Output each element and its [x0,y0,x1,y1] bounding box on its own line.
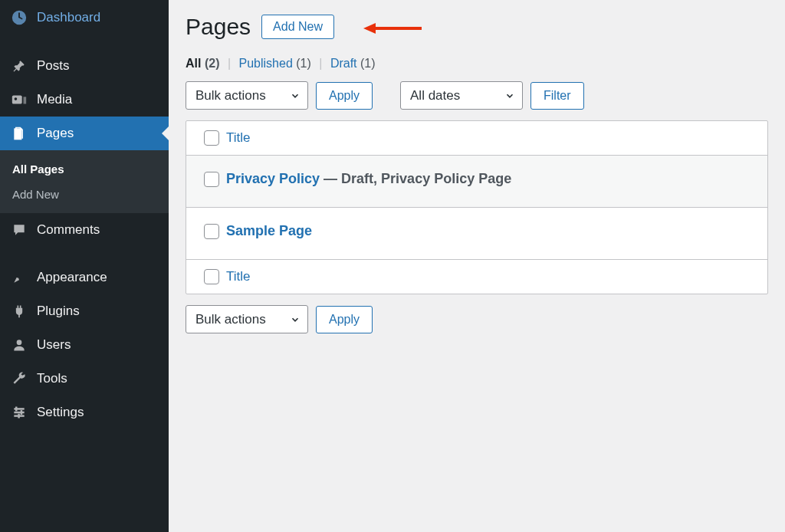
menu-label: Dashboard [37,10,100,25]
menu-label: Posts [37,58,70,74]
tablenav-top: Bulk actions Apply All dates Filter [186,81,768,110]
tablenav-bottom: Bulk actions Apply [186,305,768,333]
table-row: Privacy Policy — Draft, Privacy Policy P… [186,156,767,208]
annotation-arrow-header [362,20,423,37]
svg-rect-5 [14,412,24,414]
apply-button-top[interactable]: Apply [316,82,373,110]
row-title-link[interactable]: Sample Page [226,223,312,238]
row-checkbox[interactable] [204,224,219,239]
row-checkbox[interactable] [204,172,219,187]
svg-marker-11 [363,23,376,34]
column-header-title[interactable]: Title [226,130,251,146]
bulk-actions-select[interactable]: Bulk actions [186,81,308,110]
pages-table: Title Privacy Policy — Draft, Privacy Po… [186,120,768,294]
filter-draft[interactable]: Draft (1) [330,57,376,70]
filter-all[interactable]: All (2) [186,57,219,70]
menu-label: Settings [37,405,84,420]
pages-icon [9,126,29,141]
users-icon [9,337,29,353]
sidebar-item-dashboard[interactable]: Dashboard [0,0,169,35]
page-header: Pages Add New [186,14,768,40]
admin-sidebar: Dashboard Posts Media Pages All Pages Ad… [0,0,169,532]
menu-label: Pages [37,126,74,141]
dates-select[interactable]: All dates [400,81,523,110]
sidebar-item-posts[interactable]: Posts [0,49,169,83]
media-icon [9,92,29,107]
plugins-icon [9,304,29,319]
svg-point-1 [15,97,18,100]
svg-rect-8 [21,410,23,415]
select-all-checkbox-top[interactable] [204,130,219,146]
submenu-item-all-pages[interactable]: All Pages [0,156,169,182]
bulk-actions-select-bottom[interactable]: Bulk actions [186,305,308,333]
sidebar-item-tools[interactable]: Tools [0,362,169,396]
svg-rect-7 [15,407,18,412]
menu-label: Appearance [37,270,107,285]
menu-label: Media [37,92,72,107]
appearance-icon [9,270,29,285]
menu-label: Comments [37,222,100,238]
svg-rect-9 [18,414,20,419]
filter-published[interactable]: Published (1) [239,57,311,70]
sidebar-item-plugins[interactable]: Plugins [0,294,169,328]
main-content: Pages Add New All (2) | Published (1) | … [169,0,785,532]
menu-label: Tools [37,371,67,386]
table-footer-row: Title [186,260,767,294]
menu-label: Plugins [37,304,80,319]
table-row: Sample Page [186,208,767,260]
settings-icon [9,405,29,420]
row-title-link[interactable]: Privacy Policy [226,171,320,186]
page-title: Pages [186,14,251,40]
sidebar-item-media[interactable]: Media [0,83,169,117]
apply-button-bottom[interactable]: Apply [316,306,373,333]
sidebar-submenu-pages: All Pages Add New [0,150,169,213]
sidebar-item-users[interactable]: Users [0,328,169,362]
sidebar-item-pages[interactable]: Pages [0,117,169,150]
row-status-suffix: — Draft, Privacy Policy Page [320,171,511,186]
dashboard-icon [9,9,29,26]
sidebar-item-settings[interactable]: Settings [0,396,169,429]
sidebar-item-comments[interactable]: Comments [0,213,169,247]
filter-button[interactable]: Filter [530,82,584,110]
pin-icon [9,58,29,74]
comment-icon [9,222,29,238]
table-header-row: Title [186,121,767,156]
bulk-actions-dropdown-bottom[interactable]: Bulk actions [186,305,308,333]
svg-point-3 [17,340,22,345]
column-footer-title[interactable]: Title [226,269,251,284]
dates-dropdown[interactable]: All dates [400,81,523,110]
svg-rect-0 [12,96,22,104]
select-all-checkbox-bottom[interactable] [204,269,219,284]
menu-label: Users [37,337,71,353]
sidebar-item-appearance[interactable]: Appearance [0,261,169,294]
svg-rect-2 [14,128,21,140]
submenu-item-add-new[interactable]: Add New [0,182,169,207]
status-filters: All (2) | Published (1) | Draft (1) [186,57,768,71]
bulk-actions-dropdown[interactable]: Bulk actions [186,81,308,110]
tools-icon [9,371,29,386]
add-new-button[interactable]: Add New [261,15,334,39]
